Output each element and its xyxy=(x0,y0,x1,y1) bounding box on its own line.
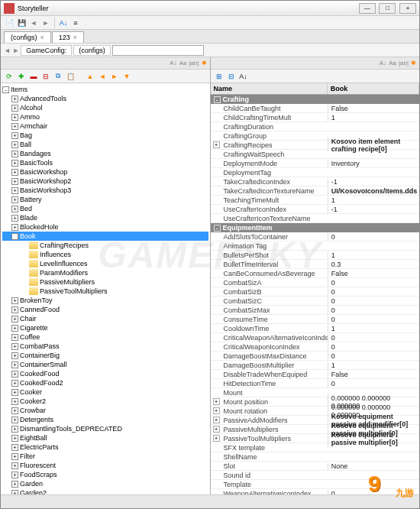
property-row[interactable]: CombatSizA0 xyxy=(211,278,420,287)
expander-icon[interactable]: + xyxy=(11,160,18,167)
tree-item[interactable]: CraftingRecipes xyxy=(2,241,208,250)
collapse-icon[interactable]: ⊟ xyxy=(226,71,237,82)
property-row[interactable]: +PassiveToolMultipliersKosovo equipment … xyxy=(211,434,420,443)
tree-item[interactable]: +ContainerSmall xyxy=(2,360,208,369)
tree-item[interactable]: +CookedFood2 xyxy=(2,378,208,387)
expander-icon[interactable]: + xyxy=(11,297,18,304)
property-row[interactable]: Animation Tag xyxy=(211,242,420,251)
expander-icon[interactable]: - xyxy=(214,96,221,103)
tree-item[interactable]: +BasicWorkshop xyxy=(2,167,208,177)
grid-header-name[interactable]: Name xyxy=(211,83,328,94)
nav-right-icon[interactable]: ► xyxy=(109,71,120,82)
tree-item[interactable]: PassiveMultipliers xyxy=(2,277,208,287)
tree-item[interactable]: Influences xyxy=(2,250,208,259)
maximize-button[interactable]: □ xyxy=(379,3,396,14)
property-value[interactable]: 0 xyxy=(328,306,419,314)
expander-icon[interactable]: + xyxy=(11,426,18,433)
property-value[interactable]: 0 xyxy=(328,288,419,296)
close-button[interactable]: × xyxy=(399,3,416,14)
property-value[interactable]: Kosovo item element crafting recipe[0] xyxy=(328,138,419,153)
sort-icon[interactable]: A↓ xyxy=(238,71,249,82)
minimize-button[interactable]: — xyxy=(359,3,376,14)
property-row[interactable]: DeploymentTag xyxy=(211,168,420,177)
expander-icon[interactable]: + xyxy=(213,407,220,414)
property-row[interactable]: DamageBoostMultiplier1 xyxy=(211,361,420,370)
property-row[interactable]: CanBeConsumedAsBeverageFalse xyxy=(211,269,420,278)
tree-item[interactable]: +Detergents xyxy=(2,415,208,424)
property-row[interactable]: TakeCraftedIconTextureNameUI/KosovoIcons… xyxy=(211,186,420,196)
expander-icon[interactable]: + xyxy=(11,481,18,488)
add-icon[interactable]: ✚ xyxy=(16,71,27,82)
refresh-icon[interactable]: ⟳ xyxy=(4,71,15,82)
tree-item[interactable]: +Coffee xyxy=(2,332,208,342)
property-row[interactable]: ChildCanBeTaughtFalse xyxy=(211,104,420,113)
expander-icon[interactable]: + xyxy=(11,151,18,157)
expander-icon[interactable]: + xyxy=(213,426,220,433)
property-value[interactable]: 1 xyxy=(328,196,419,204)
tree-item[interactable]: +Cigarette xyxy=(2,323,208,332)
property-row[interactable]: CombatSizMax0 xyxy=(211,306,420,315)
expander-icon[interactable]: + xyxy=(11,123,18,130)
expander-icon[interactable]: + xyxy=(11,490,18,495)
expander-icon[interactable]: + xyxy=(11,141,18,148)
property-row[interactable]: CraftingDuration xyxy=(211,122,420,131)
property-row[interactable]: ShellName xyxy=(211,452,420,462)
expander-icon[interactable]: + xyxy=(213,417,220,423)
property-value[interactable]: 0 xyxy=(328,316,419,323)
property-row[interactable]: DisableTradeWhenEquipedFalse xyxy=(211,370,420,379)
expander-icon[interactable]: + xyxy=(11,389,18,396)
whole-icon[interactable]: |ab| xyxy=(399,60,409,66)
expander-icon[interactable]: + xyxy=(11,361,18,368)
whole-icon[interactable]: |ab| xyxy=(189,60,199,66)
save-icon[interactable]: 💾 xyxy=(16,18,27,28)
remove-icon[interactable]: ⊟ xyxy=(40,71,51,82)
tree-item[interactable]: +Garden xyxy=(2,479,208,488)
property-row[interactable]: CombatSizB0 xyxy=(211,287,420,297)
property-value[interactable]: 0.3 xyxy=(328,261,419,268)
expander-icon[interactable]: + xyxy=(11,306,18,313)
sort-az-icon[interactable]: A↓ xyxy=(58,18,69,28)
expander-icon[interactable]: + xyxy=(213,141,220,148)
tab-123[interactable]: 123× xyxy=(52,31,84,43)
tree-item[interactable]: +Bandages xyxy=(2,149,208,158)
tree-item[interactable]: -Items xyxy=(2,85,208,94)
tree-item[interactable]: +Blade xyxy=(2,213,208,222)
tree-item[interactable]: PassiveToolMultipliers xyxy=(2,287,208,296)
tree-item[interactable]: +CannedFood xyxy=(2,305,208,314)
tree-item[interactable]: +ContainerBig xyxy=(2,351,208,360)
tree-item[interactable]: +BasicWorkshop3 xyxy=(2,186,208,195)
tree-item[interactable]: -Book xyxy=(2,232,208,241)
close-icon[interactable]: × xyxy=(40,34,44,41)
sort-icon[interactable]: A↓ xyxy=(380,60,386,66)
property-value[interactable]: -1 xyxy=(328,206,419,213)
tree-item[interactable]: +Chair xyxy=(2,314,208,323)
tree-item[interactable]: +Filter xyxy=(2,452,208,461)
tree-item[interactable]: +FoodScraps xyxy=(2,470,208,479)
property-row[interactable]: TeachingTimeMult1 xyxy=(211,196,420,205)
delete-icon[interactable]: ▬ xyxy=(28,71,39,82)
expander-icon[interactable]: + xyxy=(11,435,18,442)
tree-item[interactable]: +Bed xyxy=(2,204,208,213)
tree-item[interactable]: +ElectricParts xyxy=(2,443,208,452)
property-row[interactable]: CombatSizC0 xyxy=(211,297,420,306)
tree-item[interactable]: +AdvancedTools xyxy=(2,94,208,103)
property-row[interactable]: HitDetectionTime0 xyxy=(211,379,420,388)
tab-configs[interactable]: (configs)× xyxy=(4,31,51,43)
tree-item[interactable]: +CombatPass xyxy=(2,342,208,351)
property-value[interactable]: 0 xyxy=(328,279,419,287)
property-value[interactable]: None xyxy=(328,462,419,470)
tree-item[interactable]: +BasicWorkshop2 xyxy=(2,177,208,186)
expander-icon[interactable]: + xyxy=(213,398,220,405)
property-row[interactable]: CriticalWeaponIconIndex0 xyxy=(211,342,420,352)
expand-icon[interactable]: ⊞ xyxy=(214,71,225,82)
tree-item[interactable]: +Armchair xyxy=(2,122,208,131)
tree-item[interactable]: +Battery xyxy=(2,195,208,204)
case-icon[interactable]: Aa xyxy=(179,60,187,66)
property-value[interactable]: 0 xyxy=(328,334,419,342)
back-icon[interactable]: ◄ xyxy=(28,18,39,28)
expander-icon[interactable]: + xyxy=(11,398,18,405)
tree-item[interactable]: +CookedFood xyxy=(2,369,208,378)
property-row[interactable]: AddSlotsToContainer0 xyxy=(211,232,420,242)
forward-icon[interactable]: ► xyxy=(40,18,51,28)
breadcrumb-dropdown[interactable] xyxy=(112,45,204,56)
